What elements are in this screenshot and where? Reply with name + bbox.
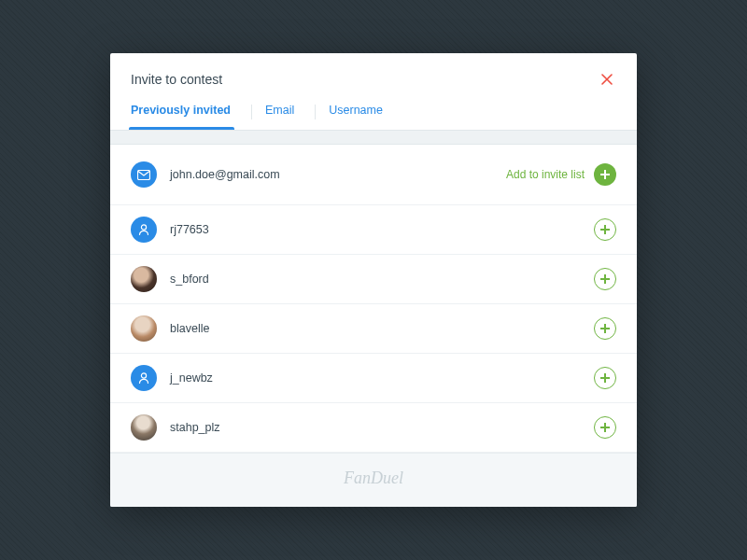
add-button[interactable] xyxy=(594,317,616,340)
modal-title: Invite to contest xyxy=(131,72,222,87)
modal-header: Invite to contest xyxy=(110,53,637,94)
svg-point-1 xyxy=(141,225,146,230)
add-button[interactable] xyxy=(594,416,616,439)
list-item: blavelle xyxy=(110,304,637,354)
tabs: Previously invited Email Username xyxy=(110,94,637,130)
avatar xyxy=(131,414,157,441)
list-item: rj77653 xyxy=(110,205,637,255)
item-name: j_newbz xyxy=(170,371,594,385)
tab-separator xyxy=(315,105,316,119)
tab-separator xyxy=(251,105,252,119)
list-item: s_bford xyxy=(110,255,637,304)
tab-username[interactable]: Username xyxy=(329,94,396,130)
toolbar-strip xyxy=(110,130,637,145)
item-name: stahp_plz xyxy=(170,421,594,434)
avatar xyxy=(131,315,157,342)
invite-modal: Invite to contest Previously invited Ema… xyxy=(110,53,637,507)
item-name: s_bford xyxy=(170,273,594,286)
user-icon xyxy=(131,365,157,391)
brand-logo: FanDuel xyxy=(110,469,637,488)
add-button[interactable] xyxy=(594,218,616,241)
svg-point-2 xyxy=(141,373,146,378)
user-icon xyxy=(131,217,157,243)
add-to-list-label: Add to invite list xyxy=(506,168,585,181)
add-button[interactable] xyxy=(594,163,616,186)
modal-footer: FanDuel xyxy=(110,453,637,507)
list-item: john.doe@gmail.com Add to invite list xyxy=(110,145,637,205)
mail-icon xyxy=(131,161,157,188)
item-name: john.doe@gmail.com xyxy=(170,168,506,181)
item-name: blavelle xyxy=(170,322,594,335)
list-item: stahp_plz xyxy=(110,403,637,453)
list-item: j_newbz xyxy=(110,354,637,403)
tab-email[interactable]: Email xyxy=(265,94,307,130)
add-button[interactable] xyxy=(594,367,616,389)
invite-list: john.doe@gmail.com Add to invite list rj… xyxy=(110,145,637,453)
close-icon[interactable] xyxy=(598,70,616,89)
tab-previously-invited[interactable]: Previously invited xyxy=(131,94,244,130)
avatar xyxy=(131,266,157,292)
add-button[interactable] xyxy=(594,268,616,290)
item-name: rj77653 xyxy=(170,223,594,236)
